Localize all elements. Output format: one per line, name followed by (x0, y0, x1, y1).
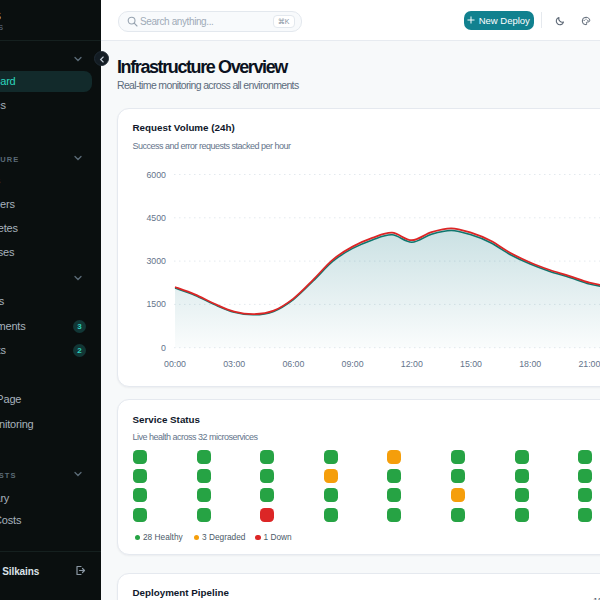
svg-text:09:00: 09:00 (342, 359, 364, 369)
svg-text:4500: 4500 (146, 213, 166, 223)
svg-text:00:00: 00:00 (164, 359, 186, 369)
svg-text:0: 0 (161, 343, 166, 353)
svg-text:3000: 3000 (146, 256, 166, 266)
svg-text:12:00: 12:00 (401, 359, 423, 369)
svg-text:6000: 6000 (146, 170, 166, 180)
svg-text:06:00: 06:00 (282, 359, 304, 369)
svg-text:21:00: 21:00 (578, 359, 600, 369)
svg-text:1500: 1500 (146, 299, 166, 309)
svg-text:03:00: 03:00 (223, 359, 245, 369)
svg-text:15:00: 15:00 (460, 359, 482, 369)
svg-text:18:00: 18:00 (519, 359, 541, 369)
